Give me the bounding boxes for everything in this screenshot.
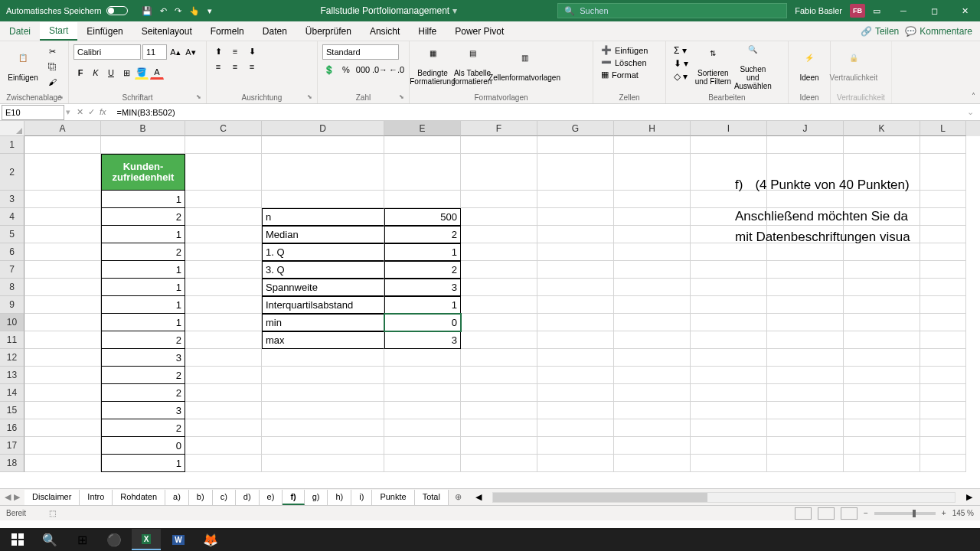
cell-H18[interactable] [614,455,691,472]
cell-I11[interactable] [691,331,767,349]
taskview-button[interactable]: ⊞ [67,529,96,550]
cell-L11[interactable] [920,331,966,349]
cell-G2[interactable] [537,154,614,191]
redo-icon[interactable]: ↷ [175,6,181,16]
find-select-button[interactable]: 🔍Suchen und Auswählen [734,44,771,90]
format-painter-icon[interactable]: 🖌 [44,75,60,89]
cell-G15[interactable] [537,402,614,419]
search-box[interactable]: 🔍 Suchen [557,3,787,18]
cell-G10[interactable] [537,314,614,331]
cell-E14[interactable] [384,384,461,402]
sheet-nav-prev-icon[interactable]: ◀ [5,492,11,502]
cell-B7[interactable]: 1 [101,261,185,279]
row-header[interactable]: 4 [0,208,24,226]
cell-H3[interactable] [614,191,691,208]
cell-C4[interactable] [185,208,262,226]
share-button[interactable]: 🔗Teilen [861,26,899,37]
cell-G16[interactable] [537,419,614,437]
cell-G12[interactable] [537,349,614,367]
cell-F17[interactable] [461,437,537,455]
sort-filter-button[interactable]: ⇅Sortieren und Filtern [694,44,731,90]
cell-F13[interactable] [461,367,537,384]
cell-G1[interactable] [537,136,614,154]
cell-E7[interactable]: 2 [384,261,461,279]
italic-button[interactable]: K [89,66,103,80]
toggle-switch[interactable] [106,6,128,15]
align-bottom-icon[interactable]: ⬇ [245,44,259,58]
sheet-tab[interactable]: h) [328,490,351,505]
cell-G18[interactable] [537,455,614,472]
sheet-tab[interactable]: Total [415,490,449,505]
percent-icon[interactable]: % [339,63,353,77]
cell-J1[interactable] [767,136,844,154]
sheet-tab[interactable]: f) [283,490,304,505]
cell-J16[interactable] [767,419,844,437]
macro-record-icon[interactable]: ⬚ [49,509,56,517]
cell-L8[interactable] [920,279,966,296]
cell-K7[interactable] [844,261,920,279]
cell-L12[interactable] [920,349,966,367]
ribbon-mode-icon[interactable]: ▭ [873,6,880,16]
cell-L6[interactable] [920,243,966,261]
cell-B6[interactable]: 2 [101,243,185,261]
cell-D9[interactable]: Interquartilsabstand [262,296,384,314]
cell-H7[interactable] [614,261,691,279]
cell-A9[interactable] [24,296,101,314]
page-layout-button[interactable] [818,507,835,520]
row-header[interactable]: 6 [0,243,24,261]
cell-H4[interactable] [614,208,691,226]
cell-B11[interactable]: 2 [101,331,185,349]
cell-A13[interactable] [24,367,101,384]
sheet-tab[interactable]: a) [165,490,189,505]
cell-H1[interactable] [614,136,691,154]
cell-H13[interactable] [614,367,691,384]
cell-L1[interactable] [920,136,966,154]
sheet-tab[interactable]: e) [260,490,283,505]
cell-A14[interactable] [24,384,101,402]
cell-D8[interactable]: Spannweite [262,279,384,296]
sheet-tab[interactable]: Intro [80,490,113,505]
cell-F8[interactable] [461,279,537,296]
copy-icon[interactable]: ⿻ [44,60,60,73]
cell-L4[interactable] [920,208,966,226]
tab-formeln[interactable]: Formeln [201,23,253,40]
cell-E11[interactable]: 3 [384,331,461,349]
cell-A1[interactable] [24,136,101,154]
cell-C16[interactable] [185,419,262,437]
cell-E1[interactable] [384,136,461,154]
cell-J17[interactable] [767,437,844,455]
sheet-tab[interactable]: Punkte [372,490,414,505]
cell-A17[interactable] [24,437,101,455]
sheet-tab[interactable]: d) [236,490,260,505]
save-icon[interactable]: 💾 [142,6,152,16]
cell-J9[interactable] [767,296,844,314]
hscroll-left-icon[interactable]: ◀ [475,492,482,502]
tab-ueberpruefen[interactable]: Überprüfen [296,23,361,40]
cells-insert-button[interactable]: ➕Einfügen [598,44,651,56]
tab-hilfe[interactable]: Hilfe [409,23,446,40]
cell-F12[interactable] [461,349,537,367]
cell-L2[interactable] [920,154,966,191]
cell-K16[interactable] [844,419,920,437]
cell-F2[interactable] [461,154,537,191]
cell-D12[interactable] [262,349,384,367]
cell-L9[interactable] [920,296,966,314]
font-color-button[interactable]: A [150,66,164,80]
cell-I13[interactable] [691,367,767,384]
cell-C7[interactable] [185,261,262,279]
conditional-format-button[interactable]: ▦Bedingte Formatierung [414,44,451,90]
cell-A3[interactable] [24,191,101,208]
cell-E12[interactable] [384,349,461,367]
cell-B2[interactable]: Kunden-zufriedenheit [101,154,185,191]
col-header-G[interactable]: G [537,121,614,136]
cell-F10[interactable] [461,314,537,331]
tab-einfuegen[interactable]: Einfügen [77,23,132,40]
cell-C18[interactable] [185,455,262,472]
row-header[interactable]: 9 [0,296,24,314]
cell-F15[interactable] [461,402,537,419]
tab-seitenlayout[interactable]: Seitenlayout [132,23,201,40]
cell-E10[interactable]: 0 [384,314,461,331]
cell-D11[interactable]: max [262,331,384,349]
cell-G8[interactable] [537,279,614,296]
cell-L5[interactable] [920,226,966,243]
